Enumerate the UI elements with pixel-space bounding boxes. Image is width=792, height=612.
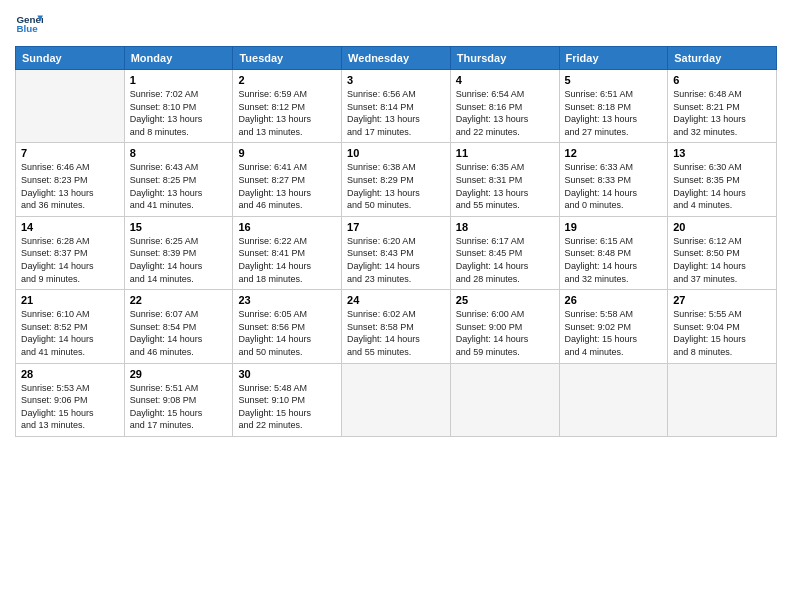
calendar-cell bbox=[342, 363, 451, 436]
calendar-cell: 25Sunrise: 6:00 AMSunset: 9:00 PMDayligh… bbox=[450, 290, 559, 363]
day-number: 9 bbox=[238, 147, 336, 159]
week-row-4: 21Sunrise: 6:10 AMSunset: 8:52 PMDayligh… bbox=[16, 290, 777, 363]
day-info: Sunrise: 6:00 AMSunset: 9:00 PMDaylight:… bbox=[456, 308, 554, 358]
weekday-sunday: Sunday bbox=[16, 47, 125, 70]
day-number: 10 bbox=[347, 147, 445, 159]
week-row-1: 1Sunrise: 7:02 AMSunset: 8:10 PMDaylight… bbox=[16, 70, 777, 143]
calendar-cell: 11Sunrise: 6:35 AMSunset: 8:31 PMDayligh… bbox=[450, 143, 559, 216]
day-info: Sunrise: 6:51 AMSunset: 8:18 PMDaylight:… bbox=[565, 88, 663, 138]
day-number: 5 bbox=[565, 74, 663, 86]
calendar-cell: 3Sunrise: 6:56 AMSunset: 8:14 PMDaylight… bbox=[342, 70, 451, 143]
day-number: 6 bbox=[673, 74, 771, 86]
weekday-wednesday: Wednesday bbox=[342, 47, 451, 70]
day-info: Sunrise: 6:10 AMSunset: 8:52 PMDaylight:… bbox=[21, 308, 119, 358]
day-info: Sunrise: 6:20 AMSunset: 8:43 PMDaylight:… bbox=[347, 235, 445, 285]
day-info: Sunrise: 6:54 AMSunset: 8:16 PMDaylight:… bbox=[456, 88, 554, 138]
day-number: 1 bbox=[130, 74, 228, 86]
day-number: 11 bbox=[456, 147, 554, 159]
day-info: Sunrise: 5:51 AMSunset: 9:08 PMDaylight:… bbox=[130, 382, 228, 432]
calendar-cell: 28Sunrise: 5:53 AMSunset: 9:06 PMDayligh… bbox=[16, 363, 125, 436]
day-number: 20 bbox=[673, 221, 771, 233]
day-number: 14 bbox=[21, 221, 119, 233]
day-info: Sunrise: 6:25 AMSunset: 8:39 PMDaylight:… bbox=[130, 235, 228, 285]
day-number: 12 bbox=[565, 147, 663, 159]
calendar-cell: 9Sunrise: 6:41 AMSunset: 8:27 PMDaylight… bbox=[233, 143, 342, 216]
page-container: General Blue SundayMondayTuesdayWednesda… bbox=[0, 0, 792, 447]
day-number: 17 bbox=[347, 221, 445, 233]
day-info: Sunrise: 5:48 AMSunset: 9:10 PMDaylight:… bbox=[238, 382, 336, 432]
day-number: 28 bbox=[21, 368, 119, 380]
logo-icon: General Blue bbox=[15, 10, 43, 38]
day-info: Sunrise: 6:05 AMSunset: 8:56 PMDaylight:… bbox=[238, 308, 336, 358]
calendar-cell: 24Sunrise: 6:02 AMSunset: 8:58 PMDayligh… bbox=[342, 290, 451, 363]
day-number: 3 bbox=[347, 74, 445, 86]
calendar-cell: 17Sunrise: 6:20 AMSunset: 8:43 PMDayligh… bbox=[342, 216, 451, 289]
day-info: Sunrise: 6:43 AMSunset: 8:25 PMDaylight:… bbox=[130, 161, 228, 211]
day-number: 8 bbox=[130, 147, 228, 159]
day-info: Sunrise: 6:46 AMSunset: 8:23 PMDaylight:… bbox=[21, 161, 119, 211]
calendar-cell: 21Sunrise: 6:10 AMSunset: 8:52 PMDayligh… bbox=[16, 290, 125, 363]
calendar-cell: 20Sunrise: 6:12 AMSunset: 8:50 PMDayligh… bbox=[668, 216, 777, 289]
calendar-cell: 6Sunrise: 6:48 AMSunset: 8:21 PMDaylight… bbox=[668, 70, 777, 143]
day-info: Sunrise: 6:35 AMSunset: 8:31 PMDaylight:… bbox=[456, 161, 554, 211]
calendar-cell bbox=[559, 363, 668, 436]
day-info: Sunrise: 5:58 AMSunset: 9:02 PMDaylight:… bbox=[565, 308, 663, 358]
day-number: 16 bbox=[238, 221, 336, 233]
day-info: Sunrise: 6:33 AMSunset: 8:33 PMDaylight:… bbox=[565, 161, 663, 211]
day-info: Sunrise: 6:15 AMSunset: 8:48 PMDaylight:… bbox=[565, 235, 663, 285]
calendar-cell: 27Sunrise: 5:55 AMSunset: 9:04 PMDayligh… bbox=[668, 290, 777, 363]
calendar-table: SundayMondayTuesdayWednesdayThursdayFrid… bbox=[15, 46, 777, 437]
day-number: 22 bbox=[130, 294, 228, 306]
day-number: 2 bbox=[238, 74, 336, 86]
calendar-cell bbox=[668, 363, 777, 436]
day-info: Sunrise: 7:02 AMSunset: 8:10 PMDaylight:… bbox=[130, 88, 228, 138]
calendar-cell: 10Sunrise: 6:38 AMSunset: 8:29 PMDayligh… bbox=[342, 143, 451, 216]
weekday-saturday: Saturday bbox=[668, 47, 777, 70]
day-info: Sunrise: 6:17 AMSunset: 8:45 PMDaylight:… bbox=[456, 235, 554, 285]
day-number: 21 bbox=[21, 294, 119, 306]
calendar-cell: 19Sunrise: 6:15 AMSunset: 8:48 PMDayligh… bbox=[559, 216, 668, 289]
day-number: 13 bbox=[673, 147, 771, 159]
day-info: Sunrise: 5:55 AMSunset: 9:04 PMDaylight:… bbox=[673, 308, 771, 358]
calendar-cell: 18Sunrise: 6:17 AMSunset: 8:45 PMDayligh… bbox=[450, 216, 559, 289]
weekday-monday: Monday bbox=[124, 47, 233, 70]
calendar-cell bbox=[16, 70, 125, 143]
day-info: Sunrise: 6:28 AMSunset: 8:37 PMDaylight:… bbox=[21, 235, 119, 285]
week-row-3: 14Sunrise: 6:28 AMSunset: 8:37 PMDayligh… bbox=[16, 216, 777, 289]
calendar-cell bbox=[450, 363, 559, 436]
weekday-friday: Friday bbox=[559, 47, 668, 70]
day-number: 4 bbox=[456, 74, 554, 86]
day-number: 30 bbox=[238, 368, 336, 380]
day-info: Sunrise: 6:07 AMSunset: 8:54 PMDaylight:… bbox=[130, 308, 228, 358]
day-info: Sunrise: 6:41 AMSunset: 8:27 PMDaylight:… bbox=[238, 161, 336, 211]
day-info: Sunrise: 6:48 AMSunset: 8:21 PMDaylight:… bbox=[673, 88, 771, 138]
day-number: 23 bbox=[238, 294, 336, 306]
day-number: 25 bbox=[456, 294, 554, 306]
week-row-5: 28Sunrise: 5:53 AMSunset: 9:06 PMDayligh… bbox=[16, 363, 777, 436]
day-info: Sunrise: 6:22 AMSunset: 8:41 PMDaylight:… bbox=[238, 235, 336, 285]
day-number: 26 bbox=[565, 294, 663, 306]
calendar-cell: 15Sunrise: 6:25 AMSunset: 8:39 PMDayligh… bbox=[124, 216, 233, 289]
day-info: Sunrise: 6:30 AMSunset: 8:35 PMDaylight:… bbox=[673, 161, 771, 211]
calendar-cell: 2Sunrise: 6:59 AMSunset: 8:12 PMDaylight… bbox=[233, 70, 342, 143]
page-header: General Blue bbox=[15, 10, 777, 38]
day-number: 29 bbox=[130, 368, 228, 380]
calendar-cell: 30Sunrise: 5:48 AMSunset: 9:10 PMDayligh… bbox=[233, 363, 342, 436]
calendar-cell: 26Sunrise: 5:58 AMSunset: 9:02 PMDayligh… bbox=[559, 290, 668, 363]
calendar-cell: 7Sunrise: 6:46 AMSunset: 8:23 PMDaylight… bbox=[16, 143, 125, 216]
logo: General Blue bbox=[15, 10, 43, 38]
calendar-body: 1Sunrise: 7:02 AMSunset: 8:10 PMDaylight… bbox=[16, 70, 777, 437]
day-number: 24 bbox=[347, 294, 445, 306]
calendar-cell: 14Sunrise: 6:28 AMSunset: 8:37 PMDayligh… bbox=[16, 216, 125, 289]
calendar-cell: 23Sunrise: 6:05 AMSunset: 8:56 PMDayligh… bbox=[233, 290, 342, 363]
calendar-cell: 12Sunrise: 6:33 AMSunset: 8:33 PMDayligh… bbox=[559, 143, 668, 216]
calendar-cell: 1Sunrise: 7:02 AMSunset: 8:10 PMDaylight… bbox=[124, 70, 233, 143]
day-info: Sunrise: 6:56 AMSunset: 8:14 PMDaylight:… bbox=[347, 88, 445, 138]
calendar-cell: 5Sunrise: 6:51 AMSunset: 8:18 PMDaylight… bbox=[559, 70, 668, 143]
day-number: 18 bbox=[456, 221, 554, 233]
weekday-header-row: SundayMondayTuesdayWednesdayThursdayFrid… bbox=[16, 47, 777, 70]
day-info: Sunrise: 6:38 AMSunset: 8:29 PMDaylight:… bbox=[347, 161, 445, 211]
day-info: Sunrise: 5:53 AMSunset: 9:06 PMDaylight:… bbox=[21, 382, 119, 432]
calendar-cell: 29Sunrise: 5:51 AMSunset: 9:08 PMDayligh… bbox=[124, 363, 233, 436]
calendar-cell: 22Sunrise: 6:07 AMSunset: 8:54 PMDayligh… bbox=[124, 290, 233, 363]
